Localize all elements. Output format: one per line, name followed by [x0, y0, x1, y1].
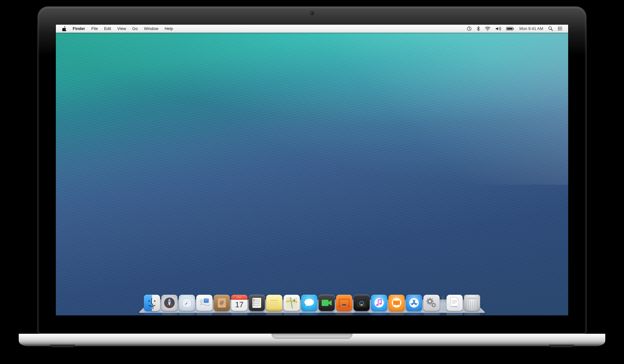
desktop[interactable]: Finder File Edit View Go Window Help — [56, 25, 568, 315]
svg-line-66 — [432, 303, 433, 304]
svg-point-53 — [409, 298, 419, 308]
dock-app-reminders[interactable] — [249, 295, 265, 311]
menu-edit[interactable]: Edit — [101, 25, 114, 32]
spotlight-menu-extra[interactable] — [546, 25, 555, 32]
bluetooth-icon — [477, 26, 480, 31]
svg-point-23 — [200, 300, 202, 302]
svg-point-11 — [558, 28, 558, 29]
svg-point-39 — [293, 299, 295, 301]
dock-app-notes[interactable] — [266, 295, 282, 311]
svg-point-13 — [149, 300, 150, 302]
notes-icon — [269, 297, 280, 308]
menu-view[interactable]: View — [114, 25, 129, 32]
menu-help[interactable]: Help — [162, 25, 176, 32]
svg-rect-4 — [513, 28, 514, 29]
laptop-foot-left — [50, 345, 75, 347]
gears-icon — [425, 297, 438, 309]
dock-app-itunes[interactable] — [371, 295, 387, 311]
wifi-icon — [485, 27, 490, 31]
menubar: Finder File Edit View Go Window Help — [56, 25, 568, 33]
maps-icon — [285, 296, 299, 310]
dock-item-pages-document[interactable]: PAGES — [446, 295, 463, 311]
clock-menu-extra[interactable]: Mon 9:41 AM — [517, 25, 546, 32]
launchpad-rocket-icon — [163, 297, 175, 309]
bluetooth-menu-extra[interactable] — [474, 25, 482, 32]
time-machine-icon — [467, 26, 472, 31]
svg-point-10 — [558, 27, 558, 27]
wifi-menu-extra[interactable] — [482, 25, 493, 32]
dock-app-mail[interactable] — [196, 295, 212, 311]
dock: @ JUL17 — [138, 293, 486, 313]
itunes-note-icon — [374, 298, 384, 308]
battery-menu-extra[interactable] — [504, 25, 517, 32]
menubar-right: Mon 9:41 AM — [464, 25, 565, 32]
dock-app-appstore[interactable] — [406, 295, 422, 311]
svg-point-50 — [379, 303, 382, 305]
dock-app-ibooks[interactable] — [388, 295, 405, 311]
svg-rect-47 — [363, 298, 366, 300]
notification-center-menu-extra[interactable] — [555, 25, 565, 32]
dock-app-iphoto[interactable] — [353, 295, 370, 311]
menubar-left: Finder File Edit View Go Window Help — [59, 25, 176, 32]
svg-point-49 — [376, 304, 378, 306]
laptop-base — [19, 334, 605, 346]
reminders-list-icon — [251, 297, 262, 309]
safari-compass-icon — [180, 296, 193, 309]
laptop-foot-right — [549, 345, 574, 347]
svg-rect-43 — [340, 306, 348, 307]
screen: Finder File Edit View Go Window Help — [56, 24, 568, 316]
notification-center-icon — [558, 27, 563, 31]
svg-line-68 — [432, 299, 433, 299]
svg-rect-71 — [452, 302, 457, 302]
dock-app-contacts[interactable]: @ — [214, 295, 230, 311]
menu-window[interactable]: Window — [141, 25, 161, 32]
ibooks-icon — [391, 298, 402, 308]
svg-point-14 — [154, 300, 155, 302]
calendar-day-label: 17 — [231, 300, 247, 309]
mail-stamp-icon — [198, 297, 211, 309]
svg-rect-72 — [452, 303, 455, 303]
dock-app-facetime[interactable] — [319, 295, 335, 311]
dock-app-maps[interactable] — [284, 295, 300, 311]
dock-app-system-preferences[interactable] — [423, 295, 440, 311]
facetime-camera-icon — [321, 298, 333, 308]
svg-rect-41 — [322, 300, 329, 306]
app-menu[interactable]: Finder — [70, 25, 88, 32]
apple-menu[interactable] — [59, 25, 70, 32]
svg-point-1 — [487, 30, 488, 31]
document-icon: PAGES — [450, 297, 460, 309]
apple-logo-icon — [62, 26, 66, 31]
dock-app-calendar[interactable]: JUL17 — [231, 295, 247, 311]
svg-text:@: @ — [220, 300, 224, 305]
menu-file[interactable]: File — [88, 25, 101, 32]
iphoto-camera-icon — [355, 297, 368, 308]
laptop-hinge-notch — [271, 334, 353, 339]
macbook-pro-frame: Finder File Edit View Go Window Help — [19, 6, 605, 358]
dock-app-finder[interactable] — [144, 295, 160, 311]
svg-line-67 — [427, 303, 428, 304]
svg-line-65 — [427, 299, 428, 299]
dock-separator — [443, 296, 443, 311]
dock-app-launchpad[interactable] — [161, 295, 178, 311]
dock-app-safari[interactable] — [179, 295, 195, 311]
messages-bubble-icon — [304, 298, 315, 308]
isight-camera — [310, 11, 314, 15]
time-machine-menu-extra[interactable] — [464, 25, 474, 32]
svg-point-16 — [168, 300, 170, 302]
svg-text:PAGES: PAGES — [451, 306, 458, 308]
finder-face-icon — [146, 297, 158, 309]
volume-menu-extra[interactable] — [493, 25, 504, 32]
svg-line-6 — [551, 29, 553, 31]
dock-item-trash[interactable] — [464, 295, 480, 311]
volume-icon — [495, 27, 501, 31]
battery-icon — [506, 27, 514, 31]
dock-app-messages[interactable] — [301, 295, 317, 311]
svg-point-59 — [429, 300, 431, 303]
menu-go[interactable]: Go — [129, 25, 141, 32]
svg-point-12 — [558, 30, 558, 30]
search-icon — [548, 26, 553, 31]
dock-app-photobooth[interactable] — [336, 295, 352, 311]
svg-point-40 — [305, 299, 314, 306]
svg-point-60 — [433, 304, 435, 306]
svg-rect-70 — [452, 300, 457, 301]
